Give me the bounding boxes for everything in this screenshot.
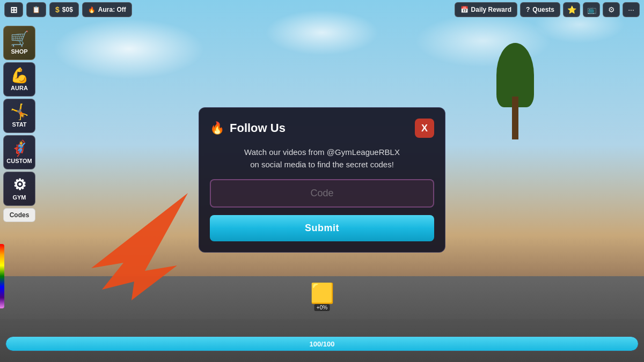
aura-sidebar-label: AURA (11, 85, 28, 91)
top-bar-left: ⊞ 📋 $ $0$ 🔥 Aura: Off (4, 2, 132, 17)
character: 🟨 +0% (310, 284, 334, 311)
roblox-logo-icon: ⊞ (10, 5, 17, 15)
progress-bar-fill: 100/100 (6, 337, 638, 351)
modal-title-row: 🔥 Follow Us (210, 121, 286, 135)
top-bar-right: 📅 Daily Reward ? Quests ⭐ 📺 ⚙ ··· (455, 2, 640, 17)
custom-icon: 🦸 (10, 141, 29, 156)
aura-sidebar-button[interactable]: 💪 AURA (3, 62, 35, 97)
roblox-menu-button[interactable]: ⊞ (4, 2, 23, 17)
quests-button[interactable]: ? Quests (520, 2, 560, 17)
modal-description: Watch our videos from @GymLeagueRBLX on … (210, 146, 434, 171)
tv-button[interactable]: 📺 (583, 2, 600, 17)
dollar-icon: $ (55, 5, 60, 14)
tree-trunk (512, 97, 518, 139)
aura-button[interactable]: 🔥 Aura: Off (82, 2, 132, 17)
modal-desc-line1: Watch our videos from @GymLeagueRBLX (244, 147, 400, 157)
question-icon: ? (526, 6, 530, 13)
currency-amount: $0$ (62, 6, 73, 13)
code-input[interactable] (210, 179, 434, 208)
calendar-icon: 📅 (460, 6, 469, 13)
codes-button[interactable]: Codes (3, 208, 35, 222)
character-sprite: 🟨 (310, 284, 334, 303)
follow-us-modal: 🔥 Follow Us X Watch our videos from @Gym… (199, 107, 445, 253)
currency-button[interactable]: $ $0$ (49, 2, 79, 17)
rainbow-bar (0, 244, 4, 308)
shop-icon: 🛒 (10, 32, 29, 47)
gear-icon: ⚙ (608, 5, 615, 14)
journal-button[interactable]: 📋 (26, 2, 46, 17)
progress-bar-container: 100/100 (0, 336, 644, 351)
star-icon: ⭐ (567, 5, 576, 14)
quests-label: Quests (532, 6, 554, 13)
daily-reward-button[interactable]: 📅 Daily Reward (455, 2, 517, 17)
progress-value: 100/100 (310, 340, 335, 348)
sidebar: 🛒 SHOP 💪 AURA 🤸 STAT 🦸 CUSTOM ⚙ GYM Code… (0, 21, 39, 226)
custom-button[interactable]: 🦸 CUSTOM (3, 135, 35, 169)
codes-label: Codes (10, 211, 30, 219)
stat-button[interactable]: 🤸 STAT (3, 99, 35, 133)
stat-label: STAT (12, 121, 26, 128)
custom-label: CUSTOM (6, 158, 32, 164)
modal-title: Follow Us (230, 121, 286, 135)
svg-marker-0 (91, 193, 188, 300)
gym-icon: ⚙ (13, 178, 26, 193)
modal-desc-line2: on social media to find the secret codes… (250, 160, 394, 169)
aura-icon: 🔥 (88, 6, 96, 13)
progress-bar-bg: 100/100 (5, 336, 639, 351)
tv-icon: 📺 (587, 5, 596, 14)
gym-label: GYM (12, 194, 26, 201)
settings-button[interactable]: ⚙ (603, 2, 620, 17)
gym-button[interactable]: ⚙ GYM (3, 172, 35, 206)
aura-label: Aura: Off (98, 6, 126, 13)
daily-reward-label: Daily Reward (471, 6, 511, 13)
shop-label: SHOP (11, 48, 27, 55)
shop-button[interactable]: 🛒 SHOP (3, 26, 35, 60)
modal-body: Watch our videos from @GymLeagueRBLX on … (210, 146, 434, 241)
stat-icon: 🤸 (10, 105, 29, 120)
flame-icon: 🔥 (210, 121, 224, 135)
aura-sidebar-icon: 💪 (10, 68, 29, 83)
journal-icon: 📋 (32, 6, 40, 13)
arrow-indicator (38, 182, 199, 300)
modal-header: 🔥 Follow Us X (210, 119, 434, 138)
more-button[interactable]: ··· (623, 2, 640, 17)
tree (494, 43, 537, 139)
submit-button[interactable]: Submit (210, 215, 434, 241)
character-label: +0% (314, 304, 330, 311)
modal-close-button[interactable]: X (415, 119, 434, 138)
star-button[interactable]: ⭐ (563, 2, 580, 17)
more-icon: ··· (628, 5, 634, 14)
top-bar: ⊞ 📋 $ $0$ 🔥 Aura: Off 📅 Daily Reward ? Q… (0, 0, 644, 19)
